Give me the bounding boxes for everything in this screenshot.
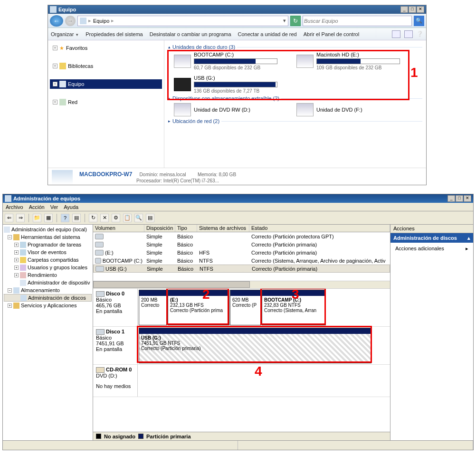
section-network-locations[interactable]: ▸Ubicación de red (2) <box>168 118 422 124</box>
annotation-1-box <box>167 50 409 100</box>
partition-200mb[interactable]: 200 MBCorrecto <box>139 290 167 325</box>
maximize-button[interactable]: □ <box>409 6 416 13</box>
volume-icon <box>95 250 104 256</box>
tree-shared-folders[interactable]: +Carpetas compartidas <box>4 256 92 264</box>
legend-unallocated-swatch <box>96 434 101 439</box>
search-button[interactable]: 🔍 <box>414 16 424 26</box>
tools-icon <box>13 234 19 240</box>
up-button[interactable]: 📁 <box>33 214 41 222</box>
menu-archivo[interactable]: Archivo <box>6 204 23 210</box>
folder-icon <box>59 63 66 69</box>
dropdown-arrow-icon[interactable]: ▾ <box>283 18 286 24</box>
expand-icon[interactable]: + <box>53 82 57 86</box>
help-icon[interactable]: ❔ <box>417 31 423 37</box>
organize-menu[interactable]: Organizar ▼ <box>51 31 79 37</box>
tree-disk-management[interactable]: Administración de discos <box>4 294 92 302</box>
collapse-icon[interactable]: − <box>8 235 12 239</box>
delete-button[interactable]: ✕ <box>100 214 109 222</box>
scroll-thumb[interactable] <box>93 281 250 288</box>
tree-item-favorites[interactable]: +★Favoritos <box>50 43 162 53</box>
volume-row[interactable]: SimpleBásicoCorrecto (Partición primaria… <box>93 240 390 248</box>
back-button[interactable]: ⇐ <box>5 214 13 222</box>
computer-icon <box>50 6 57 13</box>
view-options-button[interactable] <box>392 30 400 38</box>
expand-icon[interactable]: + <box>14 243 19 247</box>
map-drive-button[interactable]: Conectar a unidad de red <box>238 31 297 37</box>
col-disposition[interactable]: Disposición <box>144 225 175 232</box>
expand-icon[interactable]: + <box>14 265 19 270</box>
volume-row[interactable]: (E:)SimpleBásicoHFSCorrecto (Partición p… <box>93 248 390 256</box>
volume-row[interactable]: BOOTCAMP (C:)SimpleBásicoNTFSCorrecto (S… <box>93 256 390 265</box>
drive-dvd-f[interactable]: Unidad de DVD (F:) <box>296 103 414 116</box>
maximize-button[interactable]: □ <box>456 195 463 202</box>
tree-item-computer[interactable]: +Equipo <box>50 79 162 89</box>
breadcrumb-item[interactable]: Equipo <box>93 18 109 24</box>
tree-users-groups[interactable]: +Usuarios y grupos locales <box>4 264 92 271</box>
legend-primary-label: Partición primaria <box>146 434 191 439</box>
expand-icon[interactable]: + <box>14 273 19 277</box>
volume-row[interactable]: SimpleBásicoCorrecto (Partición protecto… <box>93 232 390 240</box>
control-panel-button[interactable]: Abrir el Panel de control <box>304 31 359 37</box>
disk-0-info[interactable]: Disco 0 Básico 465,76 GB En pantalla <box>93 289 138 326</box>
tree-services-apps[interactable]: +Servicios y Aplicaciones <box>4 302 92 309</box>
horizontal-scrollbar[interactable] <box>93 281 390 288</box>
minimize-button[interactable]: _ <box>400 6 408 13</box>
forward-button[interactable]: ⇒ <box>16 214 25 222</box>
close-button[interactable]: ✕ <box>417 6 424 13</box>
menu-ayuda[interactable]: Ayuda <box>64 204 78 210</box>
tree-item-network[interactable]: +Red <box>50 97 162 107</box>
expand-icon[interactable]: + <box>14 258 19 262</box>
disk-graphical-view: Disco 0 Básico 465,76 GB En pantalla 200… <box>93 288 390 432</box>
uninstall-program-button[interactable]: Desinstalar o cambiar un programa <box>150 31 231 37</box>
volume-row[interactable]: USB (G:)SimpleBásicoNTFSCorrecto (Partic… <box>93 265 390 273</box>
forward-button[interactable]: → <box>65 16 76 26</box>
star-icon: ★ <box>59 45 64 51</box>
list-button[interactable]: ▤ <box>146 214 154 222</box>
settings-button[interactable]: ⚙ <box>112 214 120 222</box>
actions-diskmgmt-header[interactable]: Administración de discos ▴ <box>390 233 473 243</box>
tree-performance[interactable]: +Rendimiento <box>4 271 92 279</box>
minimize-button[interactable]: _ <box>447 195 455 202</box>
collapse-icon[interactable]: − <box>8 288 12 293</box>
expand-icon[interactable]: + <box>53 100 57 104</box>
refresh-button[interactable]: ↻ <box>290 16 301 26</box>
close-button[interactable]: ✕ <box>464 195 471 202</box>
disk-1-info[interactable]: Disco 1 Básico 7451,91 GB En pantalla <box>93 327 138 364</box>
drive-dvd-rw-d[interactable]: Unidad de DVD RW (D:) <box>174 103 292 116</box>
tree-root[interactable]: Administración del equipo (local) <box>4 226 92 233</box>
menu-accion[interactable]: Acción <box>29 204 45 210</box>
col-type[interactable]: Tipo <box>175 225 197 232</box>
search-box[interactable] <box>303 16 412 26</box>
find-button[interactable]: 🔍 <box>134 214 143 222</box>
breadcrumb[interactable]: ▸ Equipo ▸ ▾ <box>77 16 288 26</box>
expand-icon[interactable]: + <box>53 64 57 68</box>
computer-icon <box>52 170 73 184</box>
tree-device-manager[interactable]: Administrador de dispositiv <box>4 279 92 286</box>
show-hide-tree-button[interactable]: ▦ <box>44 214 53 222</box>
col-status[interactable]: Estado <box>249 225 390 232</box>
preview-pane-button[interactable] <box>404 30 413 38</box>
tree-system-tools[interactable]: −Herramientas del sistema <box>4 233 92 241</box>
expand-icon[interactable]: + <box>14 250 19 255</box>
action-button[interactable]: 📋 <box>123 214 132 222</box>
tree-task-scheduler[interactable]: +Programador de tareas <box>4 241 92 248</box>
search-input[interactable] <box>304 18 410 24</box>
col-volume[interactable]: Volumen <box>93 225 144 232</box>
properties-button[interactable]: ▤ <box>72 214 81 222</box>
help-button[interactable]: ? <box>61 214 69 222</box>
system-properties-button[interactable]: Propiedades del sistema <box>86 31 143 37</box>
partition-620mb[interactable]: 620 MBCorrecto (P <box>230 290 261 325</box>
tree-item-libraries[interactable]: +Bibliotecas <box>50 61 162 71</box>
cdrom-0-info[interactable]: CD-ROM 0 DVD (D:) No hay medios <box>93 365 138 397</box>
tree-storage[interactable]: −Almacenamiento <box>4 286 92 294</box>
menu-ver[interactable]: Ver <box>50 204 58 210</box>
window-title: Equipo <box>58 7 400 12</box>
tree-event-viewer[interactable]: +Visor de eventos <box>4 248 92 256</box>
expand-icon[interactable]: + <box>8 303 12 308</box>
back-button[interactable]: ← <box>50 15 63 27</box>
col-filesystem[interactable]: Sistema de archivos <box>197 225 249 232</box>
actions-more[interactable]: Acciones adicionales ▸ <box>390 243 473 255</box>
section-hard-drives[interactable]: ▴Unidades de disco duro (3) <box>168 44 422 50</box>
refresh-button[interactable]: ↻ <box>89 214 97 222</box>
expand-icon[interactable]: + <box>53 46 57 50</box>
